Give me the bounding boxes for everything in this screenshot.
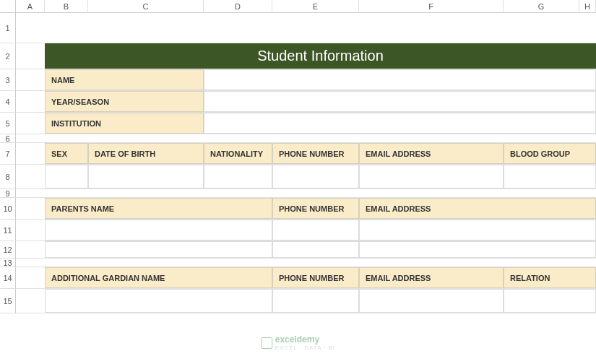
col-A[interactable]: A — [16, 0, 45, 13]
label-email[interactable]: EMAIL ADDRESS — [359, 143, 504, 164]
row-9: 9 — [16, 189, 596, 198]
label-parent[interactable]: PARENTS NAME — [45, 198, 272, 219]
sheet-content: 1 2 Student Information 3 NAME 4 YEAR/SE… — [16, 13, 596, 313]
col-B[interactable]: B — [45, 0, 88, 13]
watermark-logo-icon — [261, 337, 272, 349]
watermark-sub: EXCEL · DATA · BI — [275, 344, 336, 351]
label-parent-phone[interactable]: PHONE NUMBER — [272, 198, 359, 219]
row-header-14[interactable]: 14 — [0, 267, 16, 289]
input-parent-1[interactable] — [45, 220, 272, 240]
row-2: 2 Student Information — [16, 43, 596, 69]
input-guardian-email[interactable] — [359, 289, 504, 313]
input-guardian[interactable] — [45, 289, 272, 313]
row-13: 13 — [16, 259, 596, 267]
input-sex[interactable] — [45, 165, 88, 188]
row-header-3[interactable]: 3 — [0, 69, 16, 91]
row-12: 12 — [16, 241, 596, 259]
label-name[interactable]: NAME — [45, 69, 204, 90]
label-guardian-phone[interactable]: PHONE NUMBER — [272, 267, 359, 288]
input-institution[interactable] — [204, 113, 596, 134]
row-header-12[interactable]: 12 — [0, 241, 16, 259]
label-dob[interactable]: DATE OF BIRTH — [88, 143, 204, 164]
label-year[interactable]: YEAR/SEASON — [45, 91, 204, 112]
watermark: exceldemy EXCEL · DATA · BI — [261, 334, 336, 351]
row-10: 10 PARENTS NAME PHONE NUMBER EMAIL ADDRE… — [16, 198, 596, 220]
row-header-5[interactable]: 5 — [0, 113, 16, 134]
input-parent-email-1[interactable] — [359, 220, 596, 240]
row-header-2[interactable]: 2 — [0, 43, 16, 69]
label-relation[interactable]: RELATION — [504, 267, 596, 288]
row-header-9[interactable]: 9 — [0, 189, 16, 198]
label-phone[interactable]: PHONE NUMBER — [272, 143, 359, 164]
input-parent-2[interactable] — [45, 241, 272, 258]
row-1: 1 — [16, 13, 596, 43]
row-5: 5 INSTITUTION — [16, 113, 596, 134]
row-header-4[interactable]: 4 — [0, 91, 16, 113]
input-year[interactable] — [204, 91, 596, 112]
input-blood[interactable] — [504, 165, 596, 188]
input-guardian-phone[interactable] — [272, 289, 359, 313]
row-header-11[interactable]: 11 — [0, 220, 16, 241]
row-header-13[interactable]: 13 — [0, 259, 16, 267]
row-15: 15 — [16, 289, 596, 313]
label-sex[interactable]: SEX — [45, 143, 88, 164]
col-C[interactable]: C — [88, 0, 204, 13]
label-blood[interactable]: BLOOD GROUP — [504, 143, 596, 164]
input-parent-phone-2[interactable] — [272, 241, 359, 258]
title-bar[interactable]: Student Information — [45, 43, 596, 69]
row-header-15[interactable]: 15 — [0, 289, 16, 313]
watermark-brand: exceldemy — [275, 334, 319, 344]
row-11: 11 — [16, 220, 596, 241]
row-header-10[interactable]: 10 — [0, 198, 16, 220]
input-parent-email-2[interactable] — [359, 241, 596, 258]
col-E[interactable]: E — [272, 0, 359, 13]
input-parent-phone-1[interactable] — [272, 220, 359, 240]
row-3: 3 NAME — [16, 69, 596, 91]
column-headers: A B C D E F G H — [0, 0, 596, 13]
col-F[interactable]: F — [359, 0, 504, 13]
input-relation[interactable] — [504, 289, 596, 313]
row-header-1[interactable]: 1 — [0, 13, 16, 43]
col-H[interactable]: H — [579, 0, 596, 13]
input-name[interactable] — [204, 69, 596, 90]
row-4: 4 YEAR/SEASON — [16, 91, 596, 113]
input-nationality[interactable] — [204, 165, 272, 188]
row-header-6[interactable]: 6 — [0, 134, 16, 143]
row-14: 14 ADDITIONAL GARDIAN NAME PHONE NUMBER … — [16, 267, 596, 289]
row-header-7[interactable]: 7 — [0, 143, 16, 165]
row-8: 8 — [16, 165, 596, 189]
input-email[interactable] — [359, 165, 504, 188]
label-guardian[interactable]: ADDITIONAL GARDIAN NAME — [45, 267, 272, 288]
input-phone[interactable] — [272, 165, 359, 188]
label-nationality[interactable]: NATIONALITY — [204, 143, 272, 164]
col-D[interactable]: D — [204, 0, 272, 13]
row-header-8[interactable]: 8 — [0, 165, 16, 189]
label-institution[interactable]: INSTITUTION — [45, 113, 204, 134]
label-parent-email[interactable]: EMAIL ADDRESS — [359, 198, 596, 219]
col-G[interactable]: G — [504, 0, 579, 13]
row-7: 7 SEX DATE OF BIRTH NATIONALITY PHONE NU… — [16, 143, 596, 165]
label-guardian-email[interactable]: EMAIL ADDRESS — [359, 267, 504, 288]
row-6: 6 — [16, 134, 596, 143]
select-all-corner[interactable] — [0, 0, 16, 13]
input-dob[interactable] — [88, 165, 204, 188]
